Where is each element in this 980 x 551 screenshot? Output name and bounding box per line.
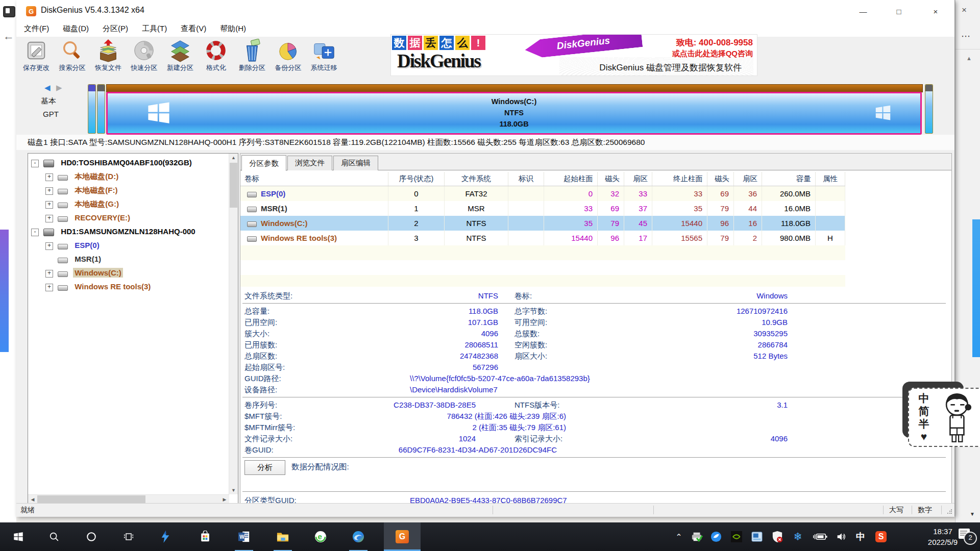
edge-icon[interactable]	[346, 522, 371, 551]
banner-qq-link[interactable]: 或点击此处选择QQ咨询	[672, 49, 753, 59]
nav-next-disk-icon[interactable]: ▶	[56, 83, 62, 92]
tree-expander-icon[interactable]: +	[45, 215, 53, 222]
quick-partition-button[interactable]: 快速分区	[127, 38, 161, 79]
tree-expander-icon[interactable]: +	[45, 270, 53, 278]
task-view-icon[interactable]	[116, 522, 141, 551]
column-header[interactable]: 磁头	[707, 172, 734, 186]
tray-chevron-icon[interactable]: ⌃	[672, 522, 686, 551]
tree-item[interactable]: MSR(1)	[28, 252, 228, 266]
tree-item[interactable]: - HD0:TOSHIBAMQ04ABF100(932GB)	[28, 156, 228, 169]
tree-item[interactable]: + 本地磁盘(F:)	[28, 183, 228, 197]
tray-defender-icon[interactable]	[769, 522, 786, 551]
tree-expander-icon[interactable]: -	[31, 160, 39, 167]
tree-item[interactable]: + 本地磁盘(D:)	[28, 169, 228, 183]
menu-item[interactable]: 磁盘(D)	[57, 22, 95, 35]
partition-row[interactable]: ESP(0) 0 FAT32 0 32 33 33 69 36 260.0MB	[240, 186, 845, 201]
scroll-down-icon[interactable]: ▼	[229, 488, 238, 493]
maximize-button[interactable]: □	[887, 5, 911, 18]
taskbar-diskgenius-icon[interactable]: G	[384, 522, 421, 551]
minimize-button[interactable]: —	[851, 5, 875, 18]
new-partition-button[interactable]: 新建分区	[163, 38, 197, 79]
column-header[interactable]: 文件系统	[445, 172, 508, 186]
tree-expander-icon[interactable]: +	[45, 187, 53, 195]
microsoft-store-icon[interactable]	[193, 522, 217, 551]
tree-item[interactable]: + Windows RE tools(3)	[28, 280, 228, 293]
tray-bird-icon[interactable]	[707, 522, 725, 551]
background-more-icon[interactable]: ⋯	[961, 31, 970, 42]
column-header[interactable]: 标识	[508, 172, 544, 186]
menu-item[interactable]: 工具(T)	[136, 22, 173, 35]
column-header[interactable]: 扇区	[734, 172, 762, 186]
tray-nvidia-icon[interactable]	[728, 522, 745, 551]
delete-partition-button[interactable]: 删除分区	[235, 38, 269, 79]
file-explorer-icon[interactable]	[271, 522, 295, 551]
partition-row[interactable]: Windows(C:) 2 NTFS 35 79 45 15440 96 16 …	[240, 216, 845, 231]
tab[interactable]: 分区参数	[241, 155, 286, 171]
menu-item[interactable]: 帮助(H)	[214, 22, 252, 35]
menu-item[interactable]: 文件(F)	[18, 22, 55, 35]
tab[interactable]: 浏览文件	[287, 156, 332, 170]
windows-partition-bar[interactable]: Windows(C:) NTFS 118.0GB	[106, 92, 922, 135]
nav-prev-disk-icon[interactable]: ◀	[44, 83, 51, 92]
background-close-icon[interactable]: ×	[962, 5, 967, 15]
tree-item[interactable]: + ESP(0)	[28, 238, 228, 252]
column-header[interactable]: 终止柱面	[652, 172, 707, 186]
analyze-button[interactable]: 分析	[244, 460, 285, 475]
start-button[interactable]	[6, 522, 31, 551]
partition-row[interactable]: MSR(1) 1 MSR 33 69 37 35 79 44 16.0MB	[240, 201, 845, 216]
close-button[interactable]: ×	[924, 5, 947, 18]
column-header[interactable]: 磁头	[598, 172, 624, 186]
scroll-right-icon[interactable]: ▶	[222, 497, 227, 502]
tray-snowflake-icon[interactable]: ❄	[789, 522, 806, 551]
tree-item[interactable]: + 本地磁盘(G:)	[28, 197, 228, 211]
tray-battery-icon[interactable]	[810, 522, 830, 551]
backup-partition-button[interactable]: 备份分区	[271, 38, 305, 79]
menu-item[interactable]: 分区(P)	[96, 22, 134, 35]
flash-app-icon[interactable]	[153, 522, 178, 551]
esp-partition-bar[interactable]	[88, 84, 96, 134]
tree-expander-icon[interactable]: +	[45, 242, 53, 250]
scroll-left-icon[interactable]: ◀	[30, 497, 35, 502]
column-header[interactable]: 容量	[762, 172, 816, 186]
tree-expander-icon[interactable]: -	[31, 229, 39, 236]
scrollbar-thumb[interactable]	[230, 163, 237, 208]
scroll-up-icon[interactable]: ▲	[966, 55, 972, 61]
column-header[interactable]: 属性	[816, 172, 845, 186]
resize-grip[interactable]	[947, 509, 952, 514]
tray-sogou-icon[interactable]: S	[872, 522, 890, 551]
column-header[interactable]: 卷标	[240, 172, 388, 186]
re-tools-partition-bar[interactable]	[925, 84, 933, 134]
tray-printer-icon[interactable]	[688, 522, 705, 551]
tree-expander-icon[interactable]: +	[45, 284, 53, 291]
ad-banner[interactable]: 数据丢怎么! DiskGenius DiskGenius 致电: 400-008…	[390, 34, 757, 76]
save-changes-button[interactable]: 保存更改	[19, 38, 53, 79]
taskbar-search-icon[interactable]	[42, 522, 66, 551]
tree-item[interactable]: + RECOVERY(E:)	[28, 211, 228, 224]
msr-partition-bar[interactable]	[97, 84, 105, 134]
notification-center-icon[interactable]: 2	[959, 529, 977, 545]
tree-item[interactable]: + Windows(C:)	[28, 266, 228, 280]
scroll-up-icon[interactable]: ▲	[229, 155, 238, 160]
tray-ime-indicator[interactable]: 中	[852, 522, 869, 551]
back-arrow-icon[interactable]: ←	[3, 30, 14, 43]
tree-item[interactable]: - HD1:SAMSUNGMZNLN128HAHQ-000	[28, 224, 228, 238]
search-partition-button[interactable]: 搜索分区	[55, 38, 89, 79]
tree-expander-icon[interactable]: +	[45, 173, 53, 181]
cortana-icon[interactable]	[79, 522, 104, 551]
format-button[interactable]: 格式化	[199, 38, 233, 79]
tree-vertical-scrollbar[interactable]: ▲ ▼	[229, 154, 238, 494]
ime-status-widget[interactable]: 中 简 半 ♥	[908, 388, 980, 447]
scrollbar-thumb[interactable]	[37, 495, 145, 503]
partition-row[interactable]: Windows RE tools(3) 3 NTFS 15440 96 17 1…	[240, 231, 845, 245]
tray-volume-icon[interactable]	[832, 522, 850, 551]
green-browser-icon[interactable]: e	[308, 522, 333, 551]
tree-horizontal-scrollbar[interactable]: ◀ ▶	[28, 494, 229, 504]
column-header[interactable]: 起始柱面	[544, 172, 598, 186]
tab[interactable]: 扇区编辑	[333, 156, 378, 170]
recover-files-button[interactable]: 恢复文件	[91, 38, 125, 79]
tree-expander-icon[interactable]: +	[45, 201, 53, 209]
background-app-icon[interactable]	[3, 6, 15, 17]
menu-item[interactable]: 查看(V)	[175, 22, 212, 35]
word-icon[interactable]: W	[232, 522, 256, 551]
tray-intel-graphics-icon[interactable]	[748, 522, 766, 551]
